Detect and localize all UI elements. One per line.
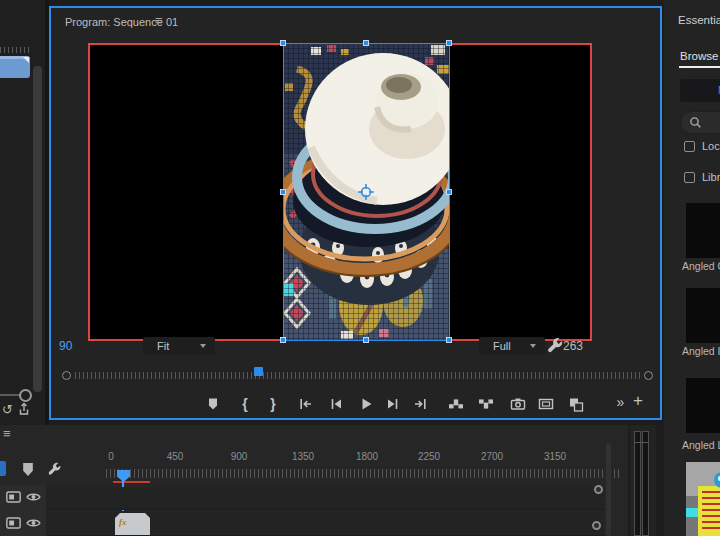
scrub-start-knob[interactable] (62, 371, 71, 380)
handle-mid-left[interactable] (280, 189, 286, 195)
libraries-checkbox[interactable] (684, 172, 695, 183)
thumb-text-lines (702, 491, 720, 533)
left-timeline-clip[interactable] (0, 56, 30, 78)
essential-graphics-panel: Essential Graphics Browse My Templates L… (664, 0, 720, 536)
ruler-label: 0 (108, 451, 114, 462)
track-scroll-knob[interactable] (592, 521, 601, 530)
zoom-slider-knob[interactable] (19, 389, 32, 402)
playback-quality-value: Full (493, 340, 511, 352)
handle-bottom-center[interactable] (363, 337, 369, 343)
handle-top-right[interactable] (446, 40, 452, 46)
timeline-clip[interactable]: fx (115, 513, 150, 535)
work-area-red-bar (113, 481, 150, 483)
tab-browse[interactable]: Browse (680, 50, 718, 62)
track-visibility-eye-icon[interactable] (26, 491, 41, 503)
settings-wrench-icon[interactable] (546, 337, 564, 355)
rotate-icon[interactable]: ↺ (0, 402, 15, 417)
left-ruler-ticks (0, 47, 30, 53)
ruler-label: 2250 (418, 451, 440, 462)
checkbox-label: Libraries (702, 171, 720, 183)
my-templates-button[interactable]: My Templates (680, 79, 720, 102)
panel-menu-icon[interactable]: ≡ (155, 13, 163, 28)
export-icon[interactable] (17, 402, 31, 416)
extract-button[interactable] (475, 394, 497, 414)
program-monitor-panel: Program: Sequence 01 ≡ (49, 6, 662, 420)
search-icon (689, 116, 702, 129)
search-input[interactable] (680, 111, 720, 134)
template-thumbnail[interactable] (686, 288, 720, 343)
mark-out-button[interactable]: } (262, 394, 284, 414)
timeline-settings-icon[interactable] (47, 462, 62, 477)
template-name: Angled C (682, 260, 720, 272)
current-timecode: 90 (59, 339, 72, 353)
template-name: Angled Lu (682, 439, 720, 451)
handle-bottom-left[interactable] (280, 337, 286, 343)
ruler-label: 1350 (292, 451, 314, 462)
play-button[interactable] (355, 394, 377, 414)
ruler-label: 900 (231, 451, 248, 462)
handle-top-center[interactable] (363, 40, 369, 46)
audio-meter-left (634, 431, 641, 536)
audio-meter-right (642, 431, 649, 536)
panel-title: Essential Graphics (678, 14, 720, 26)
add-marker-button[interactable] (202, 394, 224, 414)
track-scroll-knob[interactable] (594, 485, 603, 494)
template-thumbnail[interactable] (686, 378, 720, 433)
ruler-label: 1800 (356, 451, 378, 462)
template-name: Angled In (682, 345, 720, 357)
thumb-cyan-block (686, 508, 698, 517)
thumb-yellow-note (698, 486, 720, 536)
lift-button[interactable] (445, 394, 467, 414)
track-visibility-eye-icon[interactable] (26, 517, 41, 529)
more-buttons-chevron[interactable]: » (611, 392, 629, 412)
comparison-view-button[interactable] (565, 394, 587, 414)
safe-margins-button[interactable] (535, 394, 557, 414)
go-to-out-button[interactable] (409, 394, 431, 414)
local-templates-checkbox[interactable] (684, 141, 695, 152)
template-thumbnail[interactable] (686, 462, 720, 536)
step-forward-button[interactable] (382, 394, 404, 414)
ruler-label: 450 (167, 451, 184, 462)
chevron-down-icon (530, 344, 536, 348)
audio-meters-panel (630, 425, 656, 536)
timeline-vertical-scrollbar[interactable] (606, 443, 611, 536)
ruler-label: 3150 (544, 451, 566, 462)
left-cropped-panel: ↺ (0, 0, 47, 425)
export-frame-button[interactable] (507, 394, 529, 414)
template-thumbnail[interactable]: COMING UP (686, 203, 720, 258)
anchor-point-icon[interactable] (358, 184, 374, 200)
meter-scale-line (634, 442, 649, 443)
go-to-in-button[interactable] (295, 394, 317, 414)
playback-quality-dropdown[interactable]: Full (479, 337, 545, 355)
track-target-icon[interactable] (6, 491, 21, 503)
timeline-marker-icon[interactable] (21, 462, 35, 477)
zoom-level-value: Fit (157, 340, 169, 352)
track-target-icon[interactable] (6, 517, 21, 529)
step-back-button[interactable] (325, 394, 347, 414)
chevron-down-icon (200, 344, 206, 348)
duration-timecode: 263 (563, 339, 583, 353)
clip-fx-badge: fx (119, 517, 127, 527)
program-scrub-bar[interactable] (75, 372, 641, 379)
handle-bottom-right[interactable] (446, 337, 452, 343)
timeline-ruler[interactable] (106, 469, 620, 478)
checkbox-label: Local Templates Folder (702, 140, 720, 152)
left-scrollbar[interactable] (33, 66, 42, 392)
timeline-panel: ≡ 0 450 900 1350 1800 2250 2700 3150 fx (0, 425, 628, 536)
handle-top-left[interactable] (280, 40, 286, 46)
scrub-end-knob[interactable] (644, 371, 653, 380)
handle-mid-right[interactable] (446, 189, 452, 195)
zoom-level-dropdown[interactable]: Fit (143, 337, 215, 355)
timecode-fragment (0, 461, 6, 476)
program-playhead[interactable] (254, 367, 263, 376)
ruler-label: 2700 (481, 451, 503, 462)
button-editor-plus[interactable]: + (629, 390, 647, 412)
mark-in-button[interactable]: { (234, 394, 256, 414)
clip-fold-corner (23, 57, 29, 63)
tab-active-underline (679, 66, 720, 68)
timeline-menu-icon[interactable]: ≡ (3, 426, 11, 441)
video-track-1[interactable] (46, 487, 604, 510)
